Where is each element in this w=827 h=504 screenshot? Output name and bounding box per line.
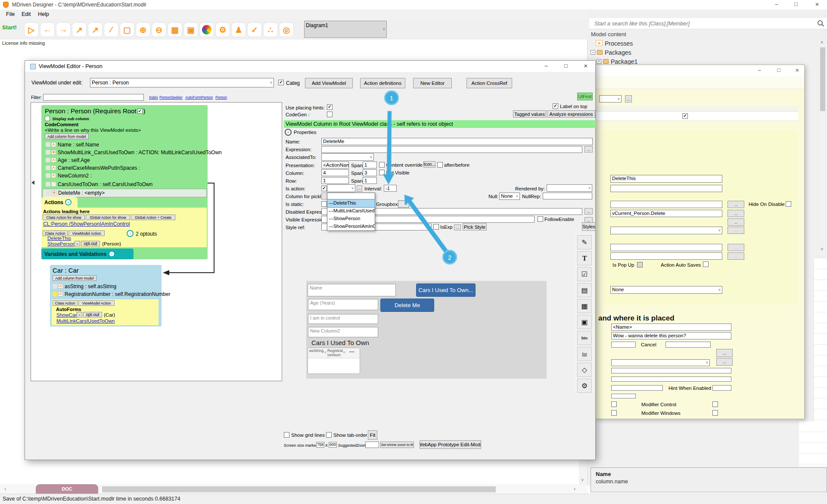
action-small-field-2[interactable] bbox=[665, 342, 711, 348]
is-action-checkbox[interactable] bbox=[321, 186, 327, 191]
modifier-checkbox-4[interactable] bbox=[712, 410, 718, 416]
label-on-top-checkbox[interactable] bbox=[553, 103, 558, 109]
chevron-down-icon[interactable]: ˅ bbox=[127, 230, 134, 237]
analyze-expressions-button[interactable]: Analyze expressions bbox=[547, 110, 595, 118]
tagged-values-button[interactable]: Tagged values bbox=[513, 110, 546, 118]
is-pop-up-checkbox[interactable] bbox=[637, 262, 643, 268]
back-arrow-icon[interactable]: ← bbox=[40, 22, 55, 37]
dialog-minimize-button[interactable]: – bbox=[540, 62, 553, 69]
color-wheel-icon[interactable] bbox=[199, 22, 214, 37]
is-action-select[interactable] bbox=[327, 184, 355, 192]
show-grid-lines-checkbox[interactable] bbox=[284, 432, 289, 438]
diagram-select[interactable]: Diagram1 bbox=[304, 21, 387, 38]
combobox-control-icon[interactable]: ▤ bbox=[577, 283, 592, 297]
delete-this-link[interactable]: DeleteThis bbox=[47, 236, 71, 241]
validate-icon[interactable]: ✓ bbox=[247, 22, 262, 37]
name-input[interactable]: DeleteMe bbox=[321, 138, 593, 145]
action-field-4[interactable] bbox=[610, 244, 722, 251]
action-field-9[interactable] bbox=[712, 385, 731, 391]
column-input[interactable]: 4 bbox=[321, 169, 349, 176]
variables-validations-bar[interactable]: Variables and Validations ˅ bbox=[41, 249, 134, 259]
cl-person-link[interactable]: CL:Person /ShowPersonIAmInControl bbox=[43, 221, 130, 227]
filter-link-person[interactable]: Person bbox=[215, 95, 227, 100]
row-span-input[interactable]: 1 bbox=[363, 177, 377, 184]
column-row-name[interactable]: A Name : self.Name bbox=[45, 141, 205, 149]
follow-enable-checkbox[interactable] bbox=[538, 216, 543, 222]
action-field-2[interactable] bbox=[610, 185, 722, 192]
window-close-button[interactable]: × bbox=[811, 0, 824, 8]
opt-out-mini-button[interactable]: ▫ bbox=[77, 312, 82, 317]
action-confirm-field[interactable]: Wow - wanna delete this person? bbox=[611, 332, 731, 339]
modifier-checkbox-2[interactable] bbox=[712, 401, 718, 407]
ellipsis-button[interactable]: ... bbox=[728, 218, 744, 226]
filter-funnel-icon[interactable] bbox=[342, 352, 346, 354]
expression-ellipsis-button[interactable]: ... bbox=[584, 146, 593, 152]
groupbox-select[interactable] bbox=[398, 200, 409, 208]
webapp-prototype-button[interactable]: WebApp Prototype Edit-Mode bbox=[420, 440, 481, 449]
ellipsis-button-disabled[interactable]: ... bbox=[728, 227, 744, 234]
dropdown-item-multilink[interactable]: ---MultiLinkCarsIUsedToOwn bbox=[327, 207, 375, 215]
tree-item-packages[interactable]: − Packages bbox=[591, 49, 811, 57]
menu-file[interactable]: File bbox=[6, 11, 15, 17]
ellipsis-button-disabled[interactable]: ... bbox=[728, 244, 744, 251]
zoom-in-icon[interactable]: ⊕ bbox=[136, 22, 150, 37]
tree-scrollbar-thumb[interactable] bbox=[820, 47, 825, 111]
settings-gears-icon[interactable]: ⚙ bbox=[215, 22, 230, 37]
line-tool-icon[interactable]: ∕ bbox=[104, 22, 118, 37]
isexp-checkbox[interactable] bbox=[433, 224, 439, 230]
generalization-arrow-icon[interactable]: ↗ bbox=[88, 22, 103, 37]
display-sub-column-checkbox[interactable] bbox=[45, 116, 50, 121]
column-row-asstring[interactable]: A asString : self.asString bbox=[52, 283, 159, 290]
column-row-newcolumn2[interactable]: A NewColumn2 : bbox=[45, 172, 205, 180]
styles-button[interactable]: Styles bbox=[582, 222, 596, 231]
dialog-maximize-button[interactable]: □ bbox=[560, 62, 572, 69]
action-small-field-3[interactable] bbox=[611, 394, 636, 398]
column-row-showmultilink[interactable]: ⊛ ShowMultiLink_CarsIUsedToOwn : ACTION:… bbox=[45, 149, 205, 157]
content-override-checkbox[interactable] bbox=[379, 162, 385, 168]
button-control-icon[interactable]: btn bbox=[577, 331, 592, 345]
categ-checkbox[interactable] bbox=[278, 80, 284, 85]
disabled-expression-ellipsis-button[interactable]: ... bbox=[584, 208, 593, 215]
column-row-deleteme-selected[interactable]: ⊛ DeleteMe : <empty> bbox=[42, 189, 207, 197]
presentation-span-input[interactable]: 1 bbox=[363, 162, 377, 168]
forward-arrow-icon[interactable]: → bbox=[56, 22, 71, 37]
spiral-icon[interactable]: ◎ bbox=[279, 22, 294, 37]
add-viewmodel-button[interactable]: Add ViewModel bbox=[305, 78, 353, 88]
add-column-button[interactable]: Add column from model bbox=[53, 275, 96, 281]
vm-under-edit-select[interactable]: Person : Person bbox=[90, 78, 274, 87]
associatedto-select[interactable] bbox=[321, 153, 374, 161]
viewmodel-action-button[interactable]: ViewModel Action bbox=[68, 230, 105, 236]
preview-name-field[interactable]: Name bbox=[308, 284, 396, 296]
action-field-6[interactable] bbox=[611, 368, 731, 373]
column-row-age[interactable]: A Age : self.Age bbox=[45, 157, 205, 165]
window-restore-button[interactable]: □ bbox=[790, 1, 802, 9]
class-action-button[interactable]: Class Action bbox=[53, 300, 78, 306]
scroll-down-icon[interactable]: ˅ bbox=[821, 246, 823, 252]
set-shrink-zoom-button[interactable]: Set shrink zoom to fit bbox=[380, 442, 414, 448]
action-row-checkbox[interactable] bbox=[682, 113, 688, 119]
dropdown-item-showpersoniamincontrol[interactable]: ---ShowPersonIAmInControl bbox=[327, 223, 375, 230]
window-settings-control-icon[interactable]: ⚙ bbox=[577, 379, 592, 393]
window-maximize-button[interactable]: □ bbox=[774, 67, 784, 73]
codegen-checkbox[interactable] bbox=[327, 112, 333, 117]
select-window-icon[interactable]: ▢ bbox=[120, 22, 134, 37]
grid-menu-icon[interactable]: ••• bbox=[349, 350, 354, 354]
show-tab-order-checkbox[interactable] bbox=[326, 432, 332, 438]
window-minimize-button[interactable]: – bbox=[770, 1, 783, 9]
datagrid-control-icon[interactable]: ▦ bbox=[577, 299, 592, 313]
hscrollbar-thumb[interactable] bbox=[102, 486, 496, 492]
action-top-ellipsis-button[interactable]: ... bbox=[625, 95, 632, 103]
column-row-registrationnumber[interactable]: A RegistrationNumber : self.Registration… bbox=[52, 291, 159, 298]
filter-funnel-icon[interactable] bbox=[323, 352, 327, 354]
dialog-titlebar[interactable] bbox=[25, 61, 595, 72]
class-action-for-show-button[interactable]: Class Action for show bbox=[43, 215, 85, 220]
rendered-by-select[interactable] bbox=[547, 184, 592, 192]
opt-out-mini-button[interactable]: ▫ bbox=[75, 241, 80, 246]
dialog-close-button[interactable]: × bbox=[579, 62, 592, 69]
listbox-control-icon[interactable]: list bbox=[577, 347, 592, 361]
run-icon[interactable]: ▷ bbox=[24, 22, 39, 37]
modifier-checkbox-3[interactable] bbox=[611, 410, 617, 416]
screen-height-input[interactable]: 600 bbox=[329, 442, 337, 448]
filter-input[interactable] bbox=[43, 94, 144, 101]
dropdown-item-showperson[interactable]: ---ShowPerson bbox=[327, 215, 375, 223]
